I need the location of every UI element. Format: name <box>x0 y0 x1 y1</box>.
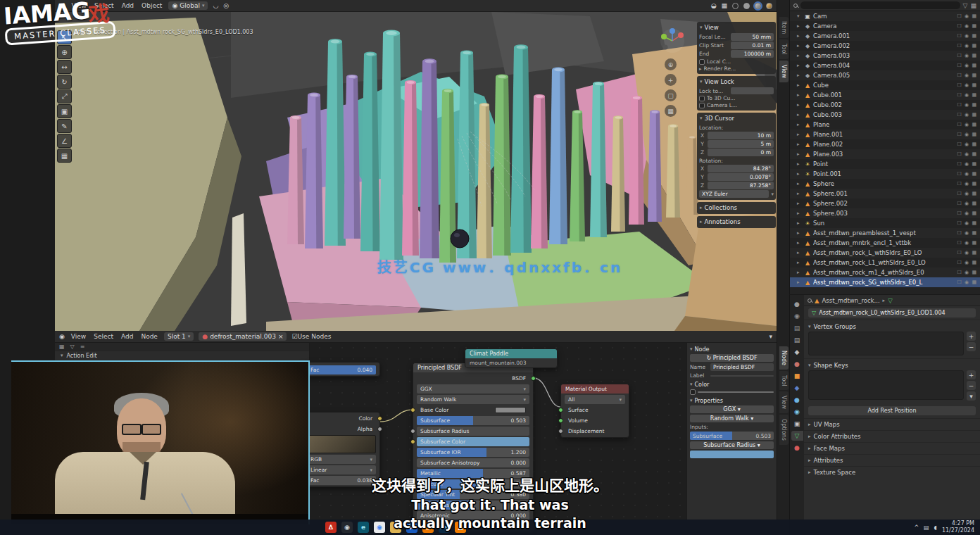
visibility-toggles[interactable]: ☐ ◉ ▦ <box>957 230 977 236</box>
menu-node[interactable]: Node <box>139 333 159 340</box>
to-3d-cursor-checkbox[interactable] <box>699 96 705 101</box>
outliner-row[interactable]: ▾▣Cam☐ ◉ ▦ <box>790 11 980 21</box>
zoom-icon[interactable]: ⊕ <box>665 58 677 70</box>
visibility-toggles[interactable]: ☐ ◉ ▦ <box>957 171 977 177</box>
input-socket-icon[interactable] <box>410 439 415 444</box>
surface-socket-icon[interactable] <box>558 408 563 413</box>
input-socket-icon[interactable] <box>410 429 415 434</box>
sidebar-subsurface-color-field[interactable] <box>690 451 774 458</box>
annotations-header[interactable]: ▸Annotations <box>699 218 774 227</box>
menu-add[interactable]: Add <box>120 333 134 340</box>
add-vertex-group-button[interactable]: + <box>967 332 976 341</box>
outliner-row[interactable]: ▸▲Cube.003☐ ◉ ▦ <box>790 110 980 120</box>
color-output-socket-icon[interactable] <box>377 416 382 421</box>
move-tool[interactable]: ↔ <box>57 60 72 74</box>
interpolation-dropdown[interactable]: Linear▾ <box>307 465 376 474</box>
tab-object[interactable]: ■ <box>791 371 803 381</box>
outliner-row[interactable]: ▸▲Asst_mdtwn_rock_m1_4_wthSldrs_E0☐ ◉ ▦ <box>790 268 980 277</box>
tab-physics[interactable]: ◉ <box>791 407 803 417</box>
expand-caret-icon[interactable]: ▸ <box>797 210 802 216</box>
axis-gizmo[interactable] <box>659 27 686 54</box>
add-primitive-tool[interactable]: ▦ <box>57 149 72 163</box>
unlink-material-icon[interactable]: × <box>278 333 284 340</box>
node-type-button[interactable]: ↻ Principled BSDF <box>690 354 774 362</box>
outliner-row[interactable]: ▸☀Point.001☐ ◉ ▦ <box>790 169 980 179</box>
custom-color-checkbox[interactable] <box>690 389 696 395</box>
color-panel-header[interactable]: ▾Color <box>690 382 774 388</box>
outliner-row[interactable]: ▸▲Asst_mdtwn_rock_L_wthSldrs_E0_LO☐ ◉ ▦ <box>790 248 980 258</box>
cursor-section-header[interactable]: ▾3D Cursor <box>699 114 774 123</box>
outliner-row[interactable]: ▸◆Camera.004☐ ◉ ▦ <box>790 61 980 70</box>
expand-caret-icon[interactable]: ▸ <box>797 151 802 157</box>
displacement-socket-icon[interactable] <box>558 429 563 434</box>
material-output-node[interactable]: Material Output All▾ Surface Volume Disp… <box>560 384 629 438</box>
add-rest-position-button[interactable]: Add Rest Position <box>808 406 976 415</box>
shader-editor-type-icon[interactable]: ◉ <box>59 333 65 340</box>
properties-search-icon[interactable] <box>808 298 812 303</box>
node-name-field[interactable]: Principled BSDF <box>710 363 774 371</box>
bsdf-output-socket-icon[interactable] <box>531 376 536 381</box>
image-thumbnail[interactable] <box>307 435 376 453</box>
lock-to-field[interactable] <box>731 87 774 94</box>
image-texture-node[interactable]: Color Alpha RGB▾ Linear▾ Fac 0.038 <box>303 412 380 487</box>
display-mode-icon[interactable]: ▦ <box>970 2 976 9</box>
visibility-toggles[interactable]: ☐ ◉ ▦ <box>957 270 977 275</box>
outliner-row[interactable]: ▸◆Camera.003☐ ◉ ▦ <box>790 51 980 61</box>
shape-key-specials-button[interactable]: ▾ <box>967 391 976 401</box>
cursor-tool[interactable]: ⊕ <box>57 45 72 59</box>
side-tab-node[interactable]: Node <box>779 346 789 370</box>
bsdf-row-subsurface[interactable]: Subsurface0.503 <box>417 416 529 425</box>
mesh-datablock-field[interactable]: ▽ Asst_mdtwn_rock_L0_wthSldrs_E0_LOD1.00… <box>808 308 976 317</box>
tab-tool[interactable]: ● <box>791 299 803 309</box>
menu-select[interactable]: Select <box>92 333 115 340</box>
cursor-rot-y-field[interactable]: 0.0078° <box>708 173 774 181</box>
expand-caret-icon[interactable]: ▸ <box>797 82 802 88</box>
expand-caret-icon[interactable]: ▸ <box>797 43 802 49</box>
outliner-row[interactable]: ▸◆Camera.005☐ ◉ ▦ <box>790 70 980 80</box>
expand-caret-icon[interactable]: ▸ <box>797 191 802 196</box>
breadcrumb-object-name[interactable]: Asst_mdtwn_rock... <box>822 297 880 304</box>
panel-uv-maps[interactable]: ▸UV Maps <box>804 418 980 430</box>
visibility-toggles[interactable]: ☐ ◉ ▦ <box>957 141 977 147</box>
shading-material-icon[interactable] <box>755 3 761 9</box>
viewport-canvas[interactable]: (1) Storm Collection | Asst_mdtwn rock_S… <box>55 12 777 331</box>
visibility-toggles[interactable]: ☐ ◉ ▦ <box>957 201 977 206</box>
outliner-row[interactable]: ▸▲Cube.001☐ ◉ ▦ <box>790 90 980 100</box>
expand-caret-icon[interactable]: ▸ <box>797 23 802 29</box>
outliner-row[interactable]: ▸▲Cube.002☐ ◉ ▦ <box>790 100 980 110</box>
sidebar-distribution-dropdown[interactable]: GGX ▾ <box>690 405 774 413</box>
tab-scene[interactable]: ◆ <box>791 347 803 357</box>
expand-caret-icon[interactable]: ▸ <box>797 270 802 275</box>
group-node[interactable]: Climat Paddle mount_mountain.003 <box>465 348 558 368</box>
annotate-tool[interactable]: ✎ <box>57 119 72 133</box>
pan-icon[interactable]: + <box>665 74 677 86</box>
outliner-row[interactable]: ▸▲Asst_mdtwn_rock_L1_wthSldrs_E0_LO☐ ◉ ▦ <box>790 258 980 268</box>
clip-end-field[interactable]: 100000 m <box>731 50 774 58</box>
value-node[interactable]: Fac 0.040 <box>303 362 380 377</box>
clip-start-field[interactable]: 0.01 m <box>731 42 774 49</box>
tab-object-data[interactable]: ▽ <box>791 431 803 441</box>
outliner-row[interactable]: ▸▲Sphere.002☐ ◉ ▦ <box>790 199 980 208</box>
expand-caret-icon[interactable]: ▸ <box>797 201 802 206</box>
add-shape-key-button[interactable]: + <box>967 370 976 379</box>
outliner-row[interactable]: ▸▲Plane.002☐ ◉ ▦ <box>790 139 980 149</box>
side-tab-view[interactable]: View <box>779 391 789 413</box>
tab-render[interactable]: ◉ <box>791 311 803 321</box>
shading-wireframe-icon[interactable] <box>732 3 739 9</box>
side-tab-view[interactable]: View <box>779 61 789 82</box>
side-tab-tool[interactable]: Tool <box>779 371 789 391</box>
snap-magnet-icon[interactable]: ◡ <box>213 2 218 9</box>
sidebar-subsurface-slider[interactable]: Subsurface 0.503 <box>690 432 774 440</box>
node-panel-header[interactable]: ▾Node <box>690 346 774 353</box>
side-tab-options[interactable]: Options <box>779 415 789 445</box>
outliner-row[interactable]: ▸▲Asst_mdtwn_mntrk_encl_1_vttbk☐ ◉ ▦ <box>790 238 980 248</box>
camera-view-icon[interactable]: ▢ <box>665 89 677 101</box>
expand-caret-icon[interactable]: ▸ <box>797 112 802 118</box>
visibility-toggles[interactable]: ☐ ◉ ▦ <box>957 43 977 49</box>
expand-caret-icon[interactable]: ▸ <box>797 250 802 256</box>
visibility-toggles[interactable]: ☐ ◉ ▦ <box>957 279 977 285</box>
tab-material[interactable]: ● <box>791 443 803 453</box>
visibility-toggles[interactable]: ☐ ◉ ▦ <box>957 191 977 196</box>
3d-viewport[interactable]: ▦ View Select Add Object ◉ Global▾ ◡ ◎ ◒… <box>55 0 777 331</box>
bsdf-row-base-color[interactable]: Base Color <box>417 405 529 415</box>
